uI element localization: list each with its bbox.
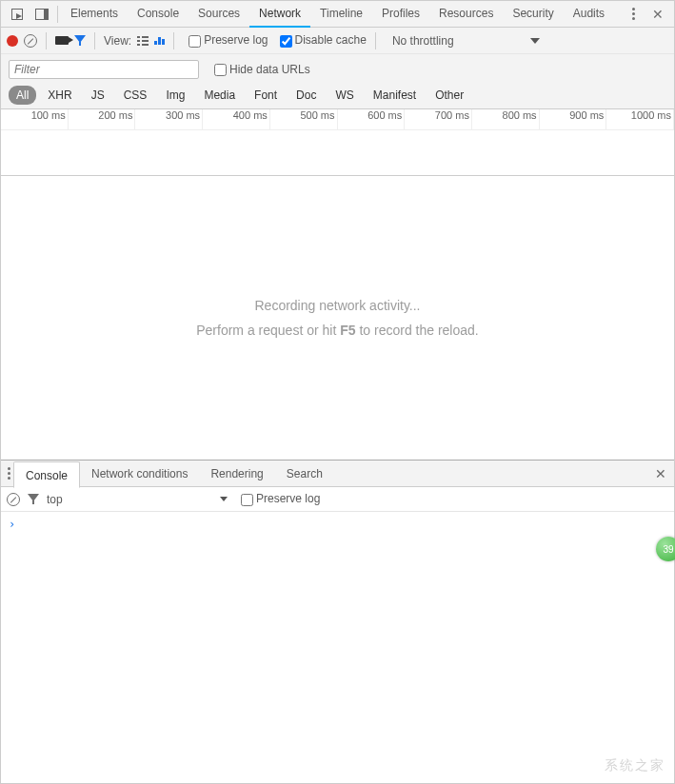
separator [173, 32, 174, 49]
tab-profiles[interactable]: Profiles [372, 1, 429, 28]
type-pill-img[interactable]: Img [158, 87, 192, 104]
overview-timeline[interactable]: 100 ms 200 ms 300 ms 400 ms 500 ms 600 m… [1, 109, 674, 176]
type-pill-doc[interactable]: Doc [288, 87, 324, 104]
tick: 200 ms [69, 109, 136, 129]
tick: 800 ms [472, 109, 540, 129]
tab-sources[interactable]: Sources [189, 1, 249, 28]
network-toolbar: View: Preserve log Disable cache No thro… [1, 28, 674, 54]
network-empty-state: Recording network activity... Perform a … [1, 176, 674, 460]
filter-toggle-icon[interactable] [74, 35, 86, 46]
hide-data-urls-checkbox[interactable]: Hide data URLs [208, 63, 310, 76]
drawer-more-icon[interactable] [5, 464, 13, 482]
execution-context-select[interactable]: top [47, 493, 228, 506]
console-body[interactable]: › [1, 512, 674, 783]
empty-line2: Perform a request or hit F5 to record th… [196, 323, 478, 338]
tick: 600 ms [338, 109, 406, 129]
tab-network[interactable]: Network [249, 1, 310, 28]
tab-console[interactable]: Console [128, 1, 189, 28]
tick: 700 ms [405, 109, 472, 129]
record-icon[interactable] [7, 35, 18, 47]
more-menu-icon[interactable] [623, 4, 644, 25]
drawer-tab-console[interactable]: Console [13, 461, 80, 488]
type-pill-all[interactable]: All [9, 86, 36, 105]
type-pill-other[interactable]: Other [427, 87, 471, 104]
disable-cache-checkbox[interactable]: Disable cache [274, 33, 367, 47]
drawer-tab-search[interactable]: Search [275, 461, 334, 487]
request-type-filter: All XHR JS CSS Img Media Font Doc WS Man… [1, 81, 674, 109]
console-filter-icon[interactable] [28, 494, 39, 504]
chevron-down-icon [530, 38, 540, 44]
drawer-tab-rendering[interactable]: Rendering [199, 461, 274, 487]
tick: 100 ms [1, 109, 69, 129]
tab-security[interactable]: Security [503, 1, 563, 28]
capture-screenshot-icon[interactable] [55, 36, 69, 45]
tab-elements[interactable]: Elements [61, 1, 128, 28]
filter-bar: Hide data URLs [1, 54, 674, 81]
clear-icon[interactable] [24, 34, 37, 48]
drawer-tab-network-conditions[interactable]: Network conditions [80, 461, 199, 487]
close-drawer-icon[interactable]: ✕ [651, 466, 670, 481]
inspect-element-icon[interactable] [7, 4, 28, 25]
type-pill-css[interactable]: CSS [116, 87, 155, 104]
console-toolbar: top Preserve log [1, 487, 674, 512]
tick: 500 ms [270, 109, 338, 129]
tick: 400 ms [203, 109, 270, 129]
tab-timeline[interactable]: Timeline [310, 1, 372, 28]
tick: 900 ms [540, 109, 607, 129]
separator [46, 32, 47, 49]
clear-console-icon[interactable] [7, 493, 20, 506]
drawer-tabstrip: Console Network conditions Rendering Sea… [1, 461, 674, 487]
close-devtools-icon[interactable]: ✕ [647, 4, 668, 25]
view-label: View: [104, 34, 131, 48]
tab-resources[interactable]: Resources [429, 1, 503, 28]
separator [94, 32, 95, 49]
type-pill-xhr[interactable]: XHR [40, 87, 79, 104]
tick: 1000 ms [606, 109, 674, 129]
type-pill-media[interactable]: Media [196, 87, 243, 104]
tick: 300 ms [135, 109, 203, 129]
floating-badge[interactable]: 39 [656, 537, 675, 561]
type-pill-manifest[interactable]: Manifest [366, 87, 424, 104]
throttling-select[interactable]: No throttling [385, 34, 544, 48]
type-pill-ws[interactable]: WS [328, 87, 361, 104]
view-list-icon[interactable] [137, 36, 149, 46]
type-pill-js[interactable]: JS [84, 87, 112, 104]
separator [57, 6, 58, 23]
empty-line1: Recording network activity... [254, 298, 420, 313]
tab-audits[interactable]: Audits [564, 1, 614, 28]
preserve-log-checkbox[interactable]: Preserve log [183, 33, 268, 47]
device-mode-icon[interactable] [31, 4, 52, 25]
console-preserve-log-checkbox[interactable]: Preserve log [235, 492, 320, 505]
type-pill-font[interactable]: Font [247, 87, 285, 104]
drawer: Console Network conditions Rendering Sea… [1, 460, 674, 783]
view-waterfall-icon[interactable] [154, 37, 165, 45]
console-prompt: › [9, 518, 15, 531]
separator [375, 32, 376, 49]
chevron-down-icon [220, 497, 228, 501]
filter-input[interactable] [9, 60, 199, 79]
devtools-tabstrip: Elements Console Sources Network Timelin… [1, 1, 674, 28]
